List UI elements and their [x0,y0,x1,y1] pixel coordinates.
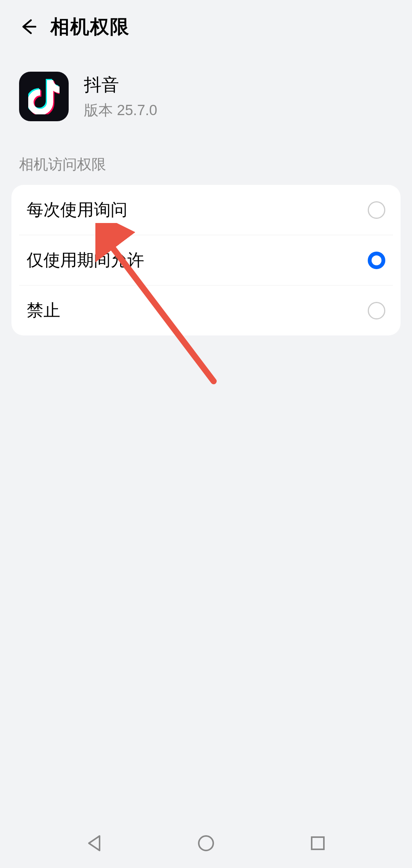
radio-unchecked-icon [368,302,385,319]
radio-checked-icon [368,252,385,269]
option-deny[interactable]: 禁止 [19,286,393,335]
back-arrow-icon [20,19,36,35]
nav-home-button[interactable] [195,832,217,855]
section-label: 相机访问权限 [0,140,412,185]
permission-options-card: 每次使用询问 仅使用期间允许 禁止 [11,185,401,335]
radio-unchecked-icon [368,201,385,219]
nav-recent-button[interactable] [306,832,329,855]
app-name: 抖音 [84,73,157,97]
option-label: 每次使用询问 [27,199,127,221]
app-version: 版本 25.7.0 [84,101,157,120]
douyin-icon [28,79,60,114]
svg-point-2 [199,836,213,850]
circle-home-icon [197,834,215,852]
option-allow-while-in-use[interactable]: 仅使用期间允许 [19,235,393,286]
app-icon [19,72,69,121]
svg-rect-3 [312,837,324,849]
option-label: 仅使用期间允许 [27,249,144,271]
triangle-back-icon [87,834,102,852]
system-navigation-bar [0,818,412,868]
page-title: 相机权限 [50,14,130,40]
header: 相机权限 [0,0,412,50]
app-meta: 抖音 版本 25.7.0 [84,73,157,120]
nav-back-button[interactable] [83,832,106,855]
option-label: 禁止 [27,299,60,322]
app-info-section: 抖音 版本 25.7.0 [0,50,412,140]
back-button[interactable] [19,18,37,36]
square-recent-icon [310,836,325,851]
option-ask-every-time[interactable]: 每次使用询问 [19,185,393,235]
